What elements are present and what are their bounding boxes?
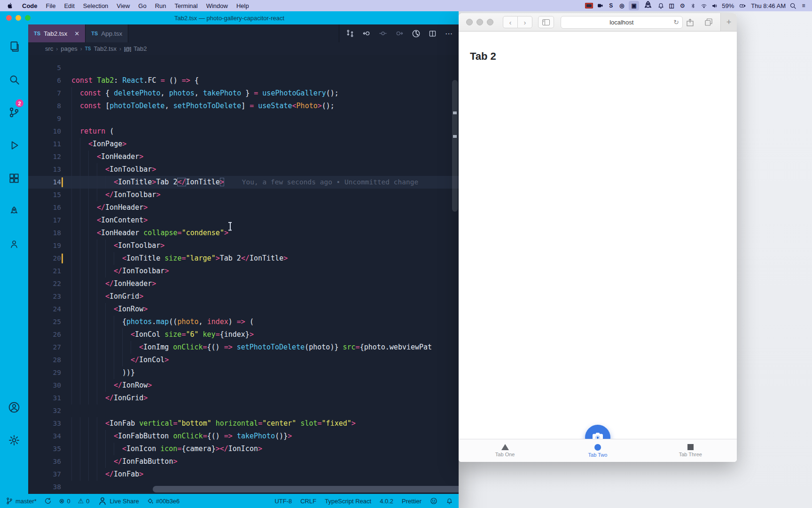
code-line[interactable]: 22 </IonHeader> [28, 278, 459, 290]
tab-tab-two[interactable]: Tab Two [551, 439, 644, 462]
zoom-window-button[interactable] [487, 19, 493, 25]
battery-percent[interactable]: 59% [722, 1, 734, 10]
file-history-icon[interactable] [410, 27, 422, 40]
line-number[interactable]: 13 [28, 163, 71, 176]
extensions-icon[interactable] [0, 167, 28, 190]
code-line[interactable]: 24 <IonRow> [28, 303, 459, 316]
line-number[interactable]: 10 [28, 125, 71, 138]
more-actions-icon[interactable]: ⋯ [443, 27, 455, 40]
code-line[interactable]: 15 </IonToolbar> [28, 189, 459, 201]
vscode-title-bar[interactable]: Tab2.tsx — photo-gallery-capacitor-react [0, 11, 459, 24]
code-line[interactable]: 25 {photos.map((photo, index) => ( [28, 316, 459, 328]
code-line[interactable]: 35 <IonIcon icon={camera}></IonIcon> [28, 443, 459, 455]
code-line[interactable]: 19 <IonToolbar> [28, 239, 459, 252]
clock[interactable]: Thu 8:46 AM [751, 1, 786, 10]
line-number[interactable]: 18 [28, 227, 71, 239]
battery-icon[interactable] [737, 1, 748, 10]
line-number[interactable]: 17 [28, 214, 71, 227]
window-manager-icon[interactable]: ▣ [629, 1, 639, 10]
line-number[interactable]: 28 [28, 354, 71, 366]
status-warnings[interactable]: ⚠0 [78, 497, 90, 505]
code-line[interactable]: 7 const { deletePhoto, photos, takePhoto… [28, 87, 459, 100]
video-camera-icon[interactable] [596, 1, 604, 10]
line-number[interactable]: 9 [28, 112, 71, 125]
horizontal-scrollbar[interactable] [153, 486, 459, 492]
code-line[interactable]: 9 [28, 112, 459, 125]
line-number[interactable]: 22 [28, 278, 71, 290]
breadcrumb-file[interactable]: Tab2.tsx [94, 45, 117, 52]
rocket-icon[interactable] [642, 1, 654, 10]
current-change-icon[interactable] [377, 27, 389, 40]
volume-icon[interactable] [711, 1, 718, 10]
wifi-icon[interactable] [700, 1, 708, 10]
line-number[interactable]: 26 [28, 328, 71, 341]
menu-file[interactable]: File [42, 2, 60, 9]
line-number[interactable]: 15 [28, 189, 71, 201]
screen-recording-icon[interactable] [585, 1, 593, 10]
breadcrumb[interactable]: src › pages › TS Tab2.tsx › [@] Tab2 [28, 42, 459, 55]
code-line[interactable]: 27 <IonImg onClick={() => setPhotoToDele… [28, 341, 459, 354]
line-number[interactable]: 36 [28, 455, 71, 468]
status-language-mode[interactable]: TypeScript React [325, 498, 371, 505]
new-tab-button[interactable]: + [720, 13, 737, 31]
account-icon[interactable] [0, 396, 28, 419]
status-errors[interactable]: ⊗0 [59, 497, 70, 505]
status-live-share[interactable]: Live Share [97, 496, 139, 506]
tab-overview-icon[interactable] [702, 16, 716, 28]
code-line[interactable]: 16 </IonHeader> [28, 201, 459, 214]
line-number[interactable]: 7 [28, 87, 71, 100]
code-line[interactable]: 21 </IonToolbar> [28, 265, 459, 278]
line-number[interactable]: 24 [28, 303, 71, 316]
line-number[interactable]: 33 [28, 417, 71, 430]
line-number[interactable]: 19 [28, 239, 71, 252]
tab-tab-three[interactable]: Tab Three [644, 439, 737, 462]
status-notifications-bell[interactable] [446, 498, 453, 505]
line-number[interactable]: 30 [28, 379, 71, 392]
source-control-icon[interactable]: 2 [0, 101, 28, 124]
menu-selection[interactable]: Selection [79, 2, 112, 9]
editor-tab-app.tsx[interactable]: TS App.tsx [86, 24, 128, 42]
next-change-icon[interactable] [393, 27, 406, 40]
code-editor[interactable]: 56const Tab2: React.FC = () => {7 const … [28, 55, 459, 494]
status-git-branch[interactable]: master* [6, 497, 37, 505]
record-icon[interactable]: ◎ [618, 1, 625, 10]
code-line[interactable]: 29 ))} [28, 366, 459, 379]
ionic-rocket-icon[interactable] [0, 200, 28, 222]
line-number[interactable]: 34 [28, 430, 71, 443]
code-line[interactable]: 33 <IonFab vertical="bottom" horizontal=… [28, 417, 459, 430]
code-line[interactable]: 36 </IonFabButton> [28, 455, 459, 468]
line-number[interactable]: 16 [28, 201, 71, 214]
status-sync[interactable] [44, 497, 52, 505]
menu-window[interactable]: Window [202, 2, 232, 9]
minimize-window-button[interactable] [476, 19, 483, 25]
line-number[interactable]: 5 [28, 62, 71, 74]
line-number[interactable]: 20 [28, 252, 71, 265]
close-window-button[interactable] [6, 15, 12, 21]
shortcuts-icon[interactable]: S [607, 1, 615, 10]
close-window-button[interactable] [466, 19, 473, 25]
vertical-scrollbar[interactable] [452, 80, 458, 212]
split-editor-icon[interactable] [426, 27, 438, 40]
line-number[interactable]: 35 [28, 443, 71, 455]
line-number[interactable]: 11 [28, 138, 71, 151]
editor-tab-tab2.tsx[interactable]: TS Tab2.tsx✕ [28, 24, 86, 42]
line-number[interactable]: 21 [28, 265, 71, 278]
menu-run[interactable]: Run [151, 2, 171, 9]
notification-bell-icon[interactable] [657, 1, 664, 10]
code-line[interactable]: 23 <IonGrid> [28, 290, 459, 303]
close-tab-icon[interactable]: ✕ [74, 30, 79, 37]
status-formatter[interactable]: Prettier [402, 498, 422, 505]
breadcrumb-symbol[interactable]: Tab2 [133, 45, 147, 52]
line-number[interactable]: 6 [28, 74, 71, 87]
line-number[interactable]: 37 [28, 468, 71, 481]
line-number[interactable]: 23 [28, 290, 71, 303]
code-line[interactable]: 13 <IonToolbar> [28, 163, 459, 176]
code-line[interactable]: 20 <IonTitle size="large">Tab 2</IonTitl… [28, 252, 459, 265]
code-line[interactable]: 6const Tab2: React.FC = () => { [28, 74, 459, 87]
compass-icon[interactable]: ⊙ [679, 1, 686, 10]
code-line[interactable]: 17 <IonContent> [28, 214, 459, 227]
line-number[interactable]: 32 [28, 405, 71, 417]
menu-view[interactable]: View [112, 2, 134, 9]
code-line[interactable]: 30 </IonRow> [28, 379, 459, 392]
run-debug-icon[interactable] [0, 134, 28, 157]
